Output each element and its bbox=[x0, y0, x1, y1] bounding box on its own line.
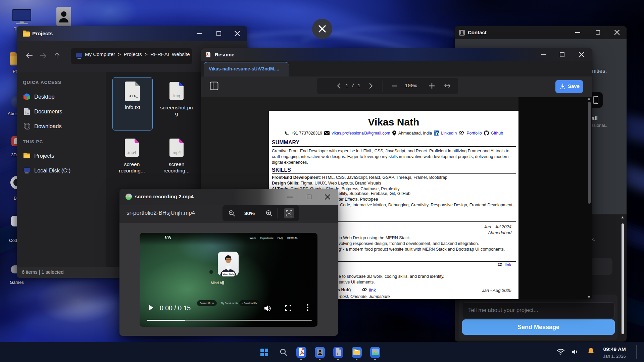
svg-text:.mp4: .mp4 bbox=[171, 150, 181, 155]
svg-text:</>_: </>_ bbox=[129, 94, 138, 98]
svg-text:.img: .img bbox=[172, 94, 180, 98]
svg-text:.mp4: .mp4 bbox=[127, 150, 136, 155]
